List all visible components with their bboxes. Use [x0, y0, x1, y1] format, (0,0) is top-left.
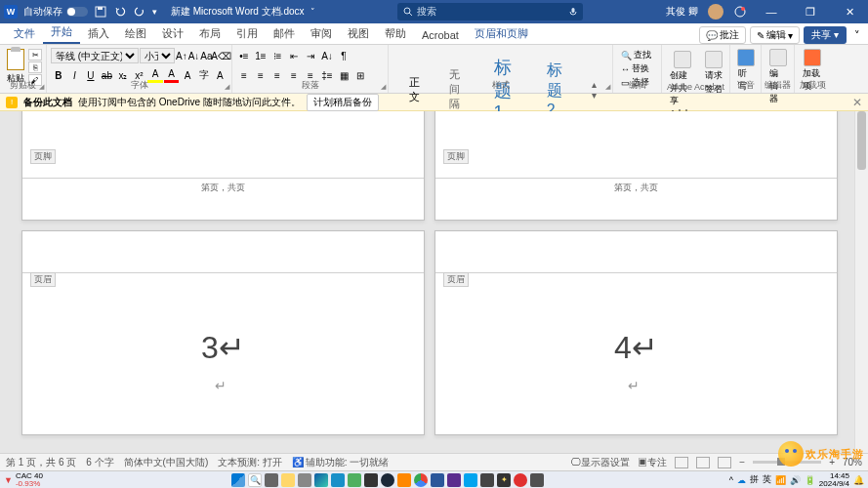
web-layout-button[interactable] [718, 457, 731, 468]
user-avatar[interactable] [708, 4, 723, 20]
pinned-app-icon[interactable]: ✦ [497, 473, 511, 487]
comments-button[interactable]: 💬批注 [699, 26, 746, 44]
ime-indicator[interactable]: 英 [763, 473, 771, 486]
dialog-launcher-icon[interactable]: ◢ [225, 83, 229, 91]
close-warning-button[interactable]: ✕ [852, 96, 862, 109]
stock-icon[interactable]: ▼ [4, 475, 13, 485]
search-input[interactable]: 搜索 [397, 3, 583, 20]
pinned-app-icon[interactable] [464, 473, 477, 487]
pinned-app-icon[interactable] [530, 473, 544, 487]
tab-review[interactable]: 审阅 [303, 23, 340, 44]
tab-design[interactable]: 设计 [154, 23, 191, 44]
tab-layout[interactable]: 布局 [191, 23, 228, 44]
zoom-out-button[interactable]: − [739, 457, 745, 468]
close-button[interactable]: ✕ [835, 0, 864, 23]
footer-text[interactable]: 第页，共页 [22, 182, 424, 194]
display-settings-button[interactable]: 🖵显示器设置 [571, 456, 630, 469]
share-button[interactable]: 共享 ▾ [804, 26, 847, 44]
page-content-4[interactable]: 4↵ [435, 329, 837, 366]
text-predict-status[interactable]: 文本预测: 打开 [218, 456, 282, 469]
tab-insert[interactable]: 插入 [80, 23, 117, 44]
explorer-icon[interactable] [281, 473, 295, 487]
replace-button[interactable]: ↔替换 [621, 62, 653, 75]
page-content-3[interactable]: 3↵ [22, 329, 424, 366]
edge-icon[interactable] [314, 473, 328, 487]
tab-file[interactable]: 文件 [6, 23, 43, 44]
editing-button[interactable]: ✎编辑▾ [750, 26, 800, 44]
tab-view[interactable]: 视图 [340, 23, 377, 44]
volume-icon[interactable]: 🔊 [790, 475, 801, 485]
dialog-launcher-icon[interactable]: ◢ [605, 83, 610, 91]
scrollbar-thumb[interactable] [857, 111, 866, 170]
notification-center-icon[interactable]: 🔔 [853, 475, 864, 485]
task-view-icon[interactable] [265, 473, 278, 487]
collapse-ribbon-icon[interactable]: ˅ [850, 29, 864, 42]
start-button[interactable] [231, 473, 245, 487]
page-1[interactable]: 页脚 第页，共页 [21, 111, 425, 221]
tab-home[interactable]: 开始 [43, 21, 80, 44]
accessibility-status[interactable]: ♿辅助功能: 一切就绪 [292, 456, 390, 469]
find-button[interactable]: 🔍查找 [621, 49, 653, 61]
document-canvas[interactable]: 页脚 第页，共页 页脚 第页，共页 页眉 3↵ ↵ 页眉 4↵ ↵ [0, 111, 868, 453]
pinned-app-icon[interactable] [514, 473, 527, 487]
decrease-indent-button[interactable]: ⇤ [286, 48, 302, 63]
footer-tag[interactable]: 页脚 [443, 149, 469, 164]
print-layout-button[interactable] [696, 457, 710, 468]
tab-mailings[interactable]: 邮件 [266, 23, 303, 44]
store-icon[interactable] [331, 473, 345, 487]
pinned-app-icon[interactable] [447, 473, 461, 487]
focus-button[interactable]: ▣专注 [638, 456, 667, 469]
autosave-toggle[interactable]: 自动保存 [23, 5, 88, 19]
tab-draw[interactable]: 绘图 [117, 23, 154, 44]
wifi-icon[interactable]: 📶 [775, 475, 786, 485]
number-list-button[interactable]: 1≡ [253, 48, 269, 63]
undo-icon[interactable] [113, 5, 127, 19]
stock-widget[interactable]: CAC 40 -0.93% [16, 472, 43, 488]
clock[interactable]: 14:45 2024/9/4 [819, 472, 849, 488]
show-marks-button[interactable]: ¶ [336, 48, 351, 63]
header-tag[interactable]: 页眉 [30, 272, 56, 287]
header-tag[interactable]: 页眉 [443, 272, 469, 287]
onedrive-tray-icon[interactable]: ☁ [737, 475, 746, 485]
pinned-app-icon[interactable] [397, 473, 411, 487]
tab-acrobat[interactable]: Acrobat [414, 26, 467, 44]
settings-icon[interactable] [298, 473, 311, 487]
steam-icon[interactable] [381, 473, 394, 487]
footer-text[interactable]: 第页，共页 [435, 182, 837, 194]
tab-references[interactable]: 引用 [228, 23, 266, 44]
pinned-app-icon[interactable] [348, 473, 361, 487]
chrome-icon[interactable] [414, 473, 428, 487]
cut-button[interactable]: ✂ [28, 49, 42, 61]
mic-icon[interactable] [569, 7, 577, 17]
pinned-app-icon[interactable] [364, 473, 378, 487]
redo-icon[interactable] [133, 5, 146, 19]
shrink-font-button[interactable]: A↓ [188, 48, 200, 63]
grow-font-button[interactable]: A↑ [176, 48, 187, 63]
tab-header-footer[interactable]: 页眉和页脚 [467, 23, 536, 44]
font-size-select[interactable]: 小五 [140, 48, 175, 63]
bullet-list-button[interactable]: •≡ [236, 48, 252, 63]
lang-indicator[interactable]: 拼 [750, 473, 759, 486]
sort-button[interactable]: A↓ [319, 48, 335, 63]
page-count[interactable]: 第 1 页，共 6 页 [6, 456, 76, 469]
dialog-launcher-icon[interactable]: ◢ [39, 83, 44, 91]
read-mode-button[interactable] [675, 457, 688, 468]
search-taskbar-icon[interactable]: 🔍 [248, 473, 262, 487]
toggle-switch-icon[interactable] [66, 7, 88, 17]
footer-tag[interactable]: 页脚 [30, 149, 56, 164]
page-2[interactable]: 页脚 第页，共页 [434, 111, 838, 221]
backup-later-button[interactable]: 计划稍后备份 [307, 94, 379, 111]
copy-button[interactable]: ⎘ [28, 61, 42, 73]
vertical-scrollbar[interactable] [854, 111, 868, 453]
word-taskbar-icon[interactable] [431, 473, 444, 487]
editor-button[interactable]: 编辑器 [765, 47, 790, 107]
page-4[interactable]: 页眉 4↵ ↵ [434, 230, 838, 435]
battery-icon[interactable]: 🔋 [805, 475, 815, 485]
save-icon[interactable] [94, 5, 107, 19]
increase-indent-button[interactable]: ⇥ [303, 48, 318, 63]
multilevel-list-button[interactable]: ⁝≡ [269, 48, 285, 63]
dialog-launcher-icon[interactable]: ◢ [381, 83, 386, 91]
tab-help[interactable]: 帮助 [377, 23, 414, 44]
clear-format-button[interactable]: A⌫ [214, 48, 229, 63]
font-name-select[interactable]: 等线 (中文正文) [51, 48, 139, 63]
